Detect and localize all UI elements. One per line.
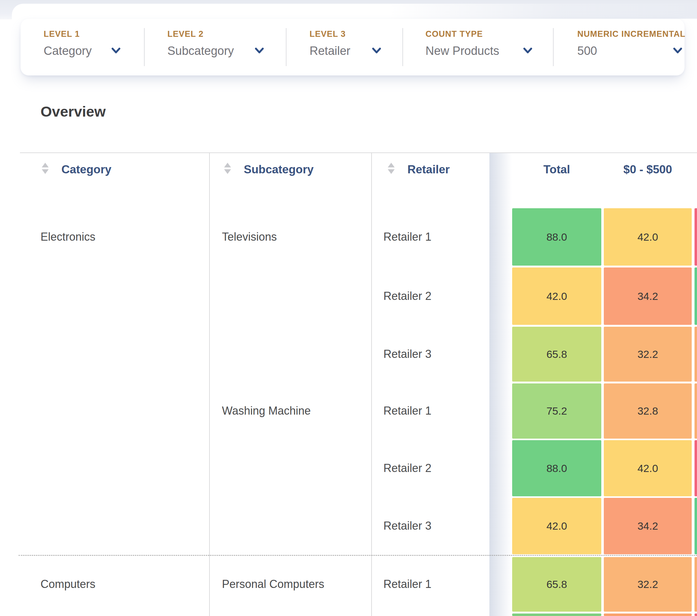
retailer-label: Retailer 1 — [383, 577, 431, 592]
subcategory-label: Personal Computers — [222, 577, 324, 592]
chevron-down-icon — [372, 47, 382, 54]
filter-divider — [402, 28, 403, 66]
cell-price-range: 42.0 — [604, 440, 692, 496]
retailer-label: Retailer 2 — [383, 461, 431, 476]
cell-total-partial — [512, 614, 601, 616]
subcategory-label: Televisions — [222, 230, 277, 245]
cell-price-range: 42.0 — [604, 208, 692, 266]
column-header-total: Total — [525, 163, 588, 176]
cell-next-column-sliver — [695, 208, 697, 266]
filter-level-1-label: LEVEL 1 — [44, 29, 80, 39]
column-header-subcategory[interactable]: Subcategory — [244, 163, 314, 176]
cell-next-column-sliver — [695, 383, 697, 439]
filter-level-2-value: Subcategory — [167, 44, 234, 58]
cell-price-range: 34.2 — [604, 267, 692, 325]
cell-total: 42.0 — [512, 498, 601, 554]
dashboard-screen: LEVEL 1 Category LEVEL 2 Subcategory LEV… — [0, 0, 697, 616]
filter-divider — [286, 28, 286, 66]
chevron-down-icon — [254, 47, 264, 54]
column-header-price-range: $0 - $500 — [607, 163, 688, 176]
column-divider — [209, 153, 210, 616]
retailer-label: Retailer 1 — [383, 404, 431, 419]
chevron-down-icon — [673, 47, 683, 54]
category-label: Computers — [41, 577, 95, 592]
filter-numeric-incremental-dropdown[interactable]: NUMERIC INCREMENTAL 500 — [577, 19, 684, 75]
filter-bar: LEVEL 1 Category LEVEL 2 Subcategory LEV… — [20, 19, 684, 75]
cell-price-range: 32.2 — [604, 557, 692, 612]
filter-count-type-dropdown[interactable]: COUNT TYPE New Products — [426, 19, 553, 75]
cell-next-column-sliver — [695, 327, 697, 382]
cell-price-range: 32.8 — [604, 383, 692, 439]
top-band-fade — [12, 4, 697, 19]
sort-icon — [387, 163, 395, 174]
retailer-label: Retailer 2 — [383, 289, 431, 304]
filter-level-2-label: LEVEL 2 — [167, 29, 204, 39]
cell-total: 42.0 — [512, 267, 601, 325]
cell-total: 65.8 — [512, 557, 601, 612]
cell-total: 88.0 — [512, 440, 601, 496]
cell-price-range: 32.2 — [604, 327, 692, 382]
column-divider — [371, 153, 372, 616]
filter-numeric-incremental-label: NUMERIC INCREMENTAL — [577, 29, 685, 39]
chevron-down-icon — [523, 47, 533, 54]
cell-total: 65.8 — [512, 327, 601, 382]
sort-icon — [224, 163, 231, 174]
filter-level-1-value: Category — [44, 44, 92, 58]
filter-level-3-label: LEVEL 3 — [310, 29, 346, 39]
cell-price-range-partial — [604, 614, 692, 616]
cell-next-column-sliver — [695, 557, 697, 612]
chevron-down-icon — [111, 47, 121, 54]
cell-next-column-sliver — [695, 614, 697, 616]
filter-level-3-dropdown[interactable]: LEVEL 3 Retailer — [310, 19, 403, 75]
filter-level-3-value: Retailer — [310, 44, 350, 58]
column-header-retailer[interactable]: Retailer — [407, 163, 450, 176]
column-header-category[interactable]: Category — [61, 163, 111, 176]
cell-total: 75.2 — [512, 383, 601, 439]
filter-count-type-label: COUNT TYPE — [426, 29, 483, 39]
filter-divider — [553, 28, 553, 66]
retailer-label: Retailer 1 — [383, 230, 431, 245]
filter-level-2-dropdown[interactable]: LEVEL 2 Subcategory — [167, 19, 286, 75]
filter-divider — [144, 28, 145, 66]
cell-price-range: 34.2 — [604, 498, 692, 554]
cell-total: 88.0 — [512, 208, 601, 266]
sort-icon — [42, 163, 49, 174]
retailer-label: Retailer 3 — [383, 518, 431, 533]
frozen-column-shadow — [489, 153, 512, 616]
cell-next-column-sliver — [695, 440, 697, 496]
retailer-label: Retailer 3 — [383, 347, 431, 362]
cell-next-column-sliver — [695, 267, 697, 325]
filter-level-1-dropdown[interactable]: LEVEL 1 Category — [44, 19, 144, 75]
filter-count-type-value: New Products — [426, 44, 499, 58]
filter-numeric-incremental-value: 500 — [577, 44, 597, 58]
cell-next-column-sliver — [695, 498, 697, 554]
category-group-divider — [19, 555, 697, 556]
category-label: Electronics — [41, 230, 95, 245]
table-top-border — [20, 152, 697, 153]
page-title: Overview — [41, 103, 106, 120]
subcategory-label: Washing Machine — [222, 404, 311, 419]
